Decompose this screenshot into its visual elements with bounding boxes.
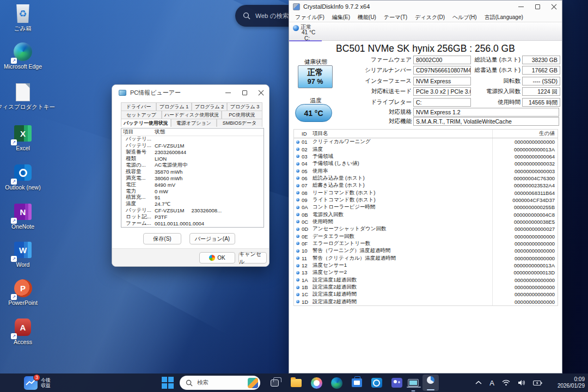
menu-item[interactable]: ディスク(D) bbox=[411, 14, 449, 21]
battery-list-row[interactable]: 電源の... AC電源使用中 bbox=[121, 162, 264, 169]
teams-button[interactable] bbox=[389, 373, 405, 392]
smart-row[interactable]: 1B 設定温度2超過回数 00000000000000 bbox=[294, 284, 558, 291]
battery-list-row[interactable]: 電圧 8490 mV bbox=[121, 181, 264, 188]
outlook-button[interactable] bbox=[369, 373, 385, 392]
menu-item[interactable]: ヘルプ(H) bbox=[449, 14, 481, 21]
battery-list-row[interactable]: バッテリ... bbox=[121, 136, 264, 143]
start-button[interactable] bbox=[160, 373, 176, 392]
smart-row[interactable]: 13 温度センサー2 0000000000013D bbox=[294, 269, 558, 276]
close-button[interactable] bbox=[546, 1, 562, 13]
smart-attribute-table[interactable]: ID 項目名 生の値 01 クリティカルワーニング 00000000000000… bbox=[293, 129, 558, 306]
smart-row[interactable]: 08 リードコマンド数 (ホスト) 00000068311B64 bbox=[294, 189, 558, 196]
pcv-tab[interactable]: プログラム 3 bbox=[227, 102, 262, 111]
battery-list-row[interactable]: 温度 24.7℃ bbox=[121, 201, 264, 207]
smart-row[interactable]: 09 ライトコマンド数 (ホスト) 0000004CF34D37 bbox=[294, 197, 558, 204]
attribute-raw-value: 00000000000000 bbox=[492, 240, 558, 247]
menu-item[interactable]: ファイル(F) bbox=[291, 14, 328, 21]
smart-row[interactable]: 1C 設定温度1超過時間 00000000000000 bbox=[294, 291, 558, 298]
smart-row[interactable]: 07 総書き込み量 (ホスト) 000000023532A4 bbox=[294, 182, 558, 189]
desktop-icon-onenote[interactable]: N ↗ OneNote bbox=[3, 201, 42, 230]
smart-row[interactable]: 0B 電源投入回数 000000000004C8 bbox=[294, 211, 558, 218]
menu-item[interactable]: 言語(Language) bbox=[481, 14, 527, 21]
desktop-icon-outlook[interactable]: ↗ Outlook (new) bbox=[3, 162, 42, 191]
taskbar-clock[interactable]: 0:09 2026/01/29 bbox=[558, 373, 585, 392]
pc-info-viewer-task-button[interactable] bbox=[405, 373, 421, 392]
widgets-button[interactable]: 3 今後 収益 bbox=[24, 373, 51, 392]
save-button[interactable]: 保存(S) bbox=[143, 233, 181, 244]
battery-charging-icon[interactable] bbox=[533, 380, 542, 386]
version-button[interactable]: バージョン(A) bbox=[189, 233, 235, 244]
smart-row[interactable]: 12 温度センサー1 0000000000013A bbox=[294, 262, 558, 269]
smart-row[interactable]: 01 クリティカルワーニング 00000000000000 bbox=[294, 138, 558, 145]
maximize-button[interactable] bbox=[236, 85, 253, 100]
battery-list-row[interactable]: バッテリ... CF-VZSU1M 230326008... bbox=[121, 207, 264, 214]
smart-row[interactable]: 0A コントローラービジー時間 0000000000255B bbox=[294, 204, 558, 211]
pcv-tab[interactable]: PC使用状況 bbox=[222, 111, 262, 119]
minimize-button[interactable] bbox=[513, 1, 529, 13]
desktop-icon-recycle-bin[interactable]: ♻ ごみ箱 bbox=[3, 3, 42, 32]
pcv-tab[interactable]: セットアップ bbox=[121, 111, 162, 119]
smart-row[interactable]: 0D アンセーフシャットダウン回数 00000000000027 bbox=[294, 225, 558, 232]
menu-item[interactable]: 編集(E) bbox=[328, 14, 354, 21]
battery-list-row[interactable]: ファーム... 0011.0011.0001.0004 bbox=[121, 220, 264, 227]
battery-list-row[interactable]: ロット記... P3TF bbox=[121, 214, 264, 220]
smart-row[interactable]: 03 予備領域 00000000000064 bbox=[294, 153, 558, 160]
ok-button[interactable]: OK bbox=[199, 252, 235, 264]
smart-row[interactable]: 0E データエラー回数 00000000000000 bbox=[294, 232, 558, 240]
smart-row[interactable]: 11 警告（クリティカル）温度超過時間 00000000000000 bbox=[294, 255, 558, 262]
crystaldiskinfo-task-button-active[interactable] bbox=[422, 375, 439, 391]
maximize-button[interactable] bbox=[529, 1, 546, 13]
battery-list-header[interactable]: 項目 状態 bbox=[121, 128, 264, 136]
smart-row[interactable]: 02 温度 0000000000013A bbox=[294, 145, 558, 152]
wifi-icon[interactable] bbox=[502, 379, 510, 386]
smart-row[interactable]: 0C 使用時間 000000000038E5 bbox=[294, 218, 558, 225]
field-label: シリアルナンバー bbox=[322, 66, 412, 74]
battery-list-row[interactable]: 積算充... 91 bbox=[121, 194, 264, 201]
tray-chevron-up-icon[interactable] bbox=[475, 381, 482, 385]
attribute-id: 1A bbox=[302, 277, 313, 283]
battery-list-row[interactable]: 残容量 35870 mWh bbox=[121, 168, 264, 175]
battery-list-row[interactable]: バッテリ... CF-VZSU1M bbox=[121, 143, 264, 149]
pcv-tab[interactable]: バッテリー使用状況 bbox=[121, 119, 171, 127]
drive-temp[interactable]: 41 °C bbox=[302, 29, 315, 35]
desktop-icon-excel[interactable]: X ↗ Excel bbox=[3, 123, 42, 151]
desktop-icon-access[interactable]: A ↗ Access bbox=[3, 317, 42, 345]
taskbar-search-box[interactable]: 検索 bbox=[180, 376, 260, 390]
copilot-button[interactable] bbox=[308, 373, 324, 392]
battery-list-row[interactable]: 満充電... 38060 mWh bbox=[121, 175, 264, 181]
pcv-tab[interactable]: SMBIOSデータ bbox=[217, 119, 262, 127]
smart-row[interactable]: 06 総読み込み量 (ホスト) 00000004C76300 bbox=[294, 175, 558, 182]
smart-row[interactable]: 0F エラーログエントリー数 00000000000000 bbox=[294, 240, 558, 247]
desktop-icon-powerpoint[interactable]: P ↗ PowerPoint bbox=[3, 278, 42, 306]
speaker-icon[interactable] bbox=[518, 379, 525, 386]
microsoft-store-button[interactable] bbox=[348, 373, 365, 392]
desktop-icon-word[interactable]: W ↗ Word bbox=[3, 240, 42, 268]
smart-row[interactable]: 1D 設定温度2超過時間 00000000000000 bbox=[294, 298, 558, 305]
close-button[interactable] bbox=[253, 85, 269, 100]
minimize-button[interactable] bbox=[220, 85, 236, 100]
smart-row[interactable]: 04 予備領域 (しきい値) 00000000000032 bbox=[294, 160, 558, 167]
pcv-tab[interactable]: 電源オプション bbox=[171, 119, 217, 127]
pcv-tab[interactable]: ドライバー bbox=[121, 102, 156, 111]
pcv-tab[interactable]: プログラム 2 bbox=[192, 102, 227, 111]
pcv-title-bar[interactable]: PC情報ビューアー bbox=[112, 85, 269, 100]
ime-mode-indicator[interactable]: A bbox=[489, 379, 494, 387]
menu-item[interactable]: 機能(U) bbox=[354, 14, 380, 21]
desktop-icon-office-product-key[interactable]: オフィスプロダクトキー bbox=[3, 82, 42, 110]
pcv-tab[interactable]: ハードディスク使用状況 bbox=[162, 111, 222, 119]
menu-item[interactable]: テーマ(T) bbox=[380, 14, 411, 21]
battery-status-list[interactable]: 項目 状態 バッテリ... バッテリ... CF-VZSU1M 製造番号 230… bbox=[121, 128, 264, 228]
desktop-icon-edge[interactable]: ↗ Microsoft Edge bbox=[3, 41, 42, 70]
smart-row[interactable]: 1A 設定温度1超過回数 00000000000000 bbox=[294, 277, 558, 284]
smart-row[interactable]: 10 警告（ワーニング）温度超過時間 00000000000000 bbox=[294, 247, 558, 254]
battery-list-row[interactable]: 製造番号 23032600844 bbox=[121, 149, 264, 156]
smart-row[interactable]: 05 使用率 00000000000003 bbox=[294, 167, 558, 174]
file-explorer-button[interactable] bbox=[288, 373, 304, 392]
edge-button[interactable] bbox=[328, 373, 345, 392]
pcv-tab[interactable]: プログラム 1 bbox=[156, 102, 192, 111]
cancel-button[interactable]: キャンセル bbox=[238, 252, 267, 264]
battery-list-row[interactable]: 種類 LION bbox=[121, 156, 264, 162]
task-view-button[interactable] bbox=[266, 373, 283, 392]
cdi-title-bar[interactable]: CrystalDiskInfo 9.7.2 x64 bbox=[289, 1, 562, 13]
battery-list-row[interactable]: 電力 0 mW bbox=[121, 188, 264, 194]
